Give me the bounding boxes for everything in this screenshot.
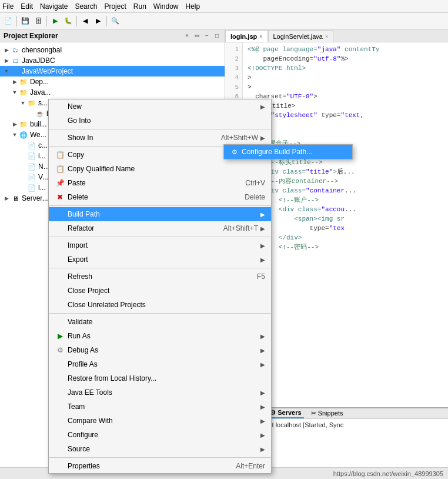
tree-item-javawebproject[interactable]: ▼ 🗂 JavaWebProject [0,66,225,76]
folder-icon: 📁 [19,77,28,87]
menu-run[interactable]: Run [133,2,146,11]
ctx-go-into[interactable]: Go Into [49,114,271,128]
expand-arrow: ▼ [2,67,11,75]
debug-as-icon: ⚙ [55,345,65,355]
menu-navigate[interactable]: Navigate [40,2,68,11]
expand-arrow: ▶ [2,56,11,65]
file-icon: 📄 [27,141,36,150]
ctx-show-in-shortcut: Alt+Shift+W [221,134,258,142]
panel-header: Project Explorer × ⇔ − □ [0,29,225,42]
panel-sync-btn[interactable]: ⇔ [193,32,201,40]
expand-arrow: ▶ [11,78,19,86]
ctx-copy-qualified[interactable]: 📋 Copy Qualified Name [49,162,271,176]
run-as-icon: ▶ [55,331,65,341]
toolbar-forward[interactable]: ▶ [92,15,104,27]
toolbar-new[interactable]: 📄 [2,15,14,27]
tab-login-jsp-close[interactable]: × [259,34,262,39]
ctx-refresh[interactable]: Refresh F5 [49,270,271,284]
submenu-arrow: ▶ [260,333,265,340]
tree-label: Java... [30,88,51,97]
code-line-3: <!DOCTYPE html> [248,64,379,73]
restore-history-icon [55,374,65,383]
ctx-import[interactable]: Import ▶ [49,238,271,252]
toolbar-save[interactable]: 💾 [19,15,31,27]
tab-login-jsp[interactable]: login.jsp × [225,30,268,42]
toolbar: 📄 💾 🗄 ▶ 🐛 ◀ ▶ 🔍 [0,13,448,29]
ctx-debug-as[interactable]: ⚙ Debug As ▶ [49,343,271,357]
menu-search[interactable]: Search [75,2,97,11]
ctx-close-unrelated[interactable]: Close Unrelated Projects [49,298,271,312]
file-icon: ☕ [35,109,45,118]
tree-label: s... [38,99,48,107]
tree-item-java[interactable]: ▼ 📁 Java... [0,87,225,98]
ctx-close-project[interactable]: Close Project [49,284,271,298]
ctx-source[interactable]: Source ▶ [49,442,271,456]
ctx-build-path[interactable]: Build Path ▶ [49,207,271,221]
toolbar-back[interactable]: ◀ [79,15,91,27]
expand-arrow: ▶ [11,120,19,128]
ctx-show-in[interactable]: Show In Alt+Shift+W ▶ [49,131,271,145]
ctx-configure[interactable]: Configure ▶ [49,428,271,442]
ctx-compare-with-label: Compare With [68,417,258,425]
panel-min-btn[interactable]: − [203,32,211,40]
copy-qualified-icon: 📋 [55,164,65,174]
ctx-run-as-label: Run As [68,332,258,340]
menu-project[interactable]: Project [104,2,126,11]
refactor-icon [55,224,65,233]
toolbar-saveall[interactable]: 🗄 [32,15,44,27]
menu-file[interactable]: File [2,2,14,11]
validate-icon [55,317,65,327]
project-icon: 🗂 [11,66,20,76]
expand-arrow [19,173,27,181]
menu-window[interactable]: Window [153,2,179,11]
folder-icon: 📁 [19,88,28,97]
ctx-team[interactable]: Team ▶ [49,400,271,414]
status-url: https://blog.csdn.net/weixin_48999305 [333,470,443,477]
ctx-properties[interactable]: Properties Alt+Enter [49,459,271,473]
ctx-refactor[interactable]: Refactor Alt+Shift+T ▶ [49,221,271,235]
tab-login-servlet[interactable]: LoginServlet.java × [268,30,334,42]
panel-max-btn[interactable]: □ [213,32,221,40]
toolbar-debug[interactable]: 🐛 [62,15,74,27]
folder-icon: 🌐 [19,130,28,139]
tree-label: Server... [22,194,48,202]
ctx-paste-shortcut: Ctrl+V [245,179,265,187]
submenu-arrow: ▶ [260,404,265,410]
ctx-compare-with[interactable]: Compare With ▶ [49,414,271,428]
tab-login-servlet-close[interactable]: × [325,34,328,39]
menu-help[interactable]: Help [186,2,200,11]
ctx-team-label: Team [68,403,258,411]
menu-edit[interactable]: Edit [21,2,33,11]
ctx-export[interactable]: Export ▶ [49,252,271,267]
submenu-configure-build-path[interactable]: ⚙ Configure Build Path... [224,145,352,159]
ctx-delete[interactable]: ✖ Delete Delete [49,190,271,204]
tab-snippets[interactable]: ✂ Snippets [309,409,346,418]
compare-with-icon [55,416,65,425]
ctx-close-project-label: Close Project [68,287,265,295]
submenu-arrow: ▶ [260,211,265,218]
ctx-profile-as[interactable]: Profile As ▶ [49,357,271,371]
ctx-paste[interactable]: 📌 Paste Ctrl+V [49,176,271,190]
tree-item-javajdbc[interactable]: ▶ 🗂 JavaJDBC [0,55,225,66]
ctx-new[interactable]: New ▶ [49,99,271,114]
tree-item-chensongbai[interactable]: ▶ 🗂 chensongbai [0,45,225,55]
ctx-run-as[interactable]: ▶ Run As ▶ [49,329,271,343]
project-explorer: Project Explorer × ⇔ − □ ▶ 🗂 chensongbai… [0,29,225,467]
ctx-validate[interactable]: Validate [49,315,271,329]
ctx-sep-5 [49,268,271,268]
ctx-build-path-label: Build Path [68,210,258,218]
toolbar-search[interactable]: 🔍 [109,15,121,27]
panel-close-btn[interactable]: × [183,32,191,40]
tab-servers[interactable]: ⚙ Servers [268,408,303,418]
file-icon: 📄 [27,172,36,182]
ctx-restore-history[interactable]: Restore from Local History... [49,371,271,385]
toolbar-run[interactable]: ▶ [49,15,61,27]
ctx-delete-shortcut: Delete [245,193,265,201]
build-path-icon [55,209,65,219]
ctx-java-ee-tools[interactable]: Java EE Tools ▶ [49,385,271,400]
ctx-show-in-label: Show In [68,134,209,142]
ctx-copy-label: Copy [68,151,233,159]
ctx-delete-label: Delete [68,193,233,201]
tree-item-dep[interactable]: ▶ 📁 Dep... [0,76,225,87]
ctx-restore-history-label: Restore from Local History... [68,374,265,382]
